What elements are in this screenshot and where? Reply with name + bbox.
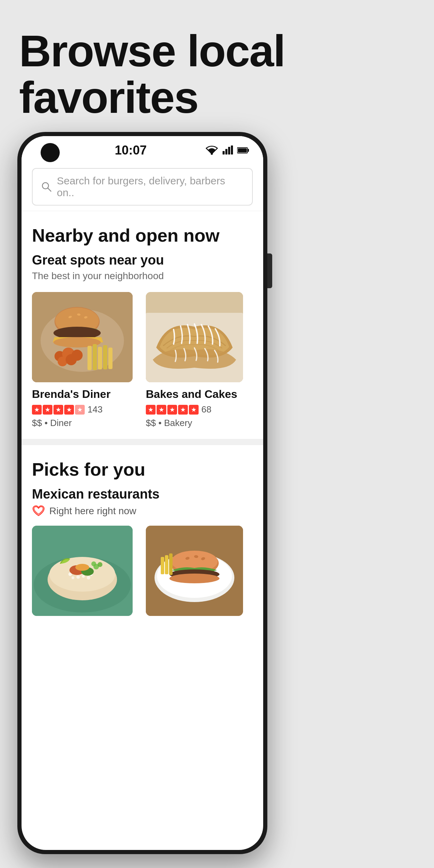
- bakes-cakes-meta: $$ • Bakery: [146, 418, 253, 428]
- svg-point-43: [82, 575, 85, 578]
- svg-point-47: [75, 564, 89, 571]
- svg-rect-7: [248, 149, 249, 152]
- brendas-price: $$: [32, 418, 42, 428]
- star-3: ★: [53, 405, 63, 415]
- great-spots-subtitle: The best in your neighborhood: [32, 270, 253, 282]
- brendas-diner-image: [32, 292, 133, 382]
- picks-tagline-row: Right here right now: [32, 505, 253, 517]
- svg-point-35: [49, 557, 115, 592]
- svg-point-42: [76, 575, 80, 579]
- phone-mockup: 10:07: [17, 132, 267, 854]
- svg-point-29: [66, 354, 77, 365]
- nearby-cards-row: Brenda's Diner ★ ★ ★ ★ ★ 143: [32, 292, 253, 428]
- brendas-diner-card[interactable]: Brenda's Diner ★ ★ ★ ★ ★ 143: [32, 292, 139, 428]
- brendas-dot: •: [44, 418, 50, 428]
- search-placeholder: Search for burgers, delivery, barbers on…: [57, 175, 244, 199]
- bakes-dot: •: [158, 418, 164, 428]
- star-5: ★: [75, 405, 85, 415]
- bakes-cakes-stars-row: ★ ★ ★ ★ ★ 68: [146, 404, 253, 415]
- phone-side-button: [267, 253, 272, 288]
- phone-screen: 10:07: [22, 136, 263, 850]
- bakes-price: $$: [146, 418, 156, 428]
- svg-point-49: [98, 562, 102, 567]
- battery-icon: [237, 147, 249, 154]
- svg-rect-22: [98, 347, 102, 369]
- phone-outer-shell: 10:07: [17, 132, 267, 854]
- picks-title: Picks for you: [32, 459, 253, 480]
- star-4: ★: [64, 405, 74, 415]
- svg-rect-2: [223, 151, 225, 155]
- star-1: ★: [32, 405, 42, 415]
- hero-title: Browse local favorites: [19, 28, 415, 121]
- mexican-card-2[interactable]: [146, 526, 253, 621]
- svg-rect-8: [238, 148, 247, 152]
- svg-point-44: [87, 576, 90, 579]
- mexican-title: Mexican restaurants: [32, 487, 253, 502]
- star-b2: ★: [157, 405, 166, 415]
- brendas-diner-stars: ★ ★ ★ ★ ★: [32, 405, 85, 415]
- star-b1: ★: [146, 405, 156, 415]
- bakes-cakes-reviews: 68: [201, 404, 211, 415]
- svg-rect-61: [165, 555, 168, 574]
- svg-rect-5: [231, 145, 233, 155]
- svg-rect-63: [161, 557, 164, 574]
- wifi-icon: [205, 145, 218, 155]
- picks-section: Picks for you Mexican restaurants Right …: [22, 445, 263, 632]
- hero-title-line1: Browse local: [19, 26, 285, 76]
- brendas-diner-name: Brenda's Diner: [32, 388, 139, 401]
- nearby-section: Nearby and open now Great spots near you…: [22, 211, 263, 439]
- svg-rect-24: [108, 348, 112, 369]
- search-icon: [41, 181, 52, 192]
- svg-rect-4: [228, 147, 230, 155]
- status-icons: [205, 145, 249, 155]
- mexican-card-1[interactable]: [32, 526, 139, 621]
- mexican-image-1: [32, 526, 133, 616]
- star-2: ★: [43, 405, 52, 415]
- svg-rect-21: [93, 344, 97, 370]
- svg-rect-20: [87, 346, 92, 370]
- svg-point-60: [169, 574, 219, 583]
- picks-cards-row: [32, 526, 253, 621]
- bakes-category: Bakery: [164, 418, 192, 428]
- brendas-diner-stars-row: ★ ★ ★ ★ ★ 143: [32, 404, 139, 415]
- svg-rect-23: [103, 345, 107, 369]
- brendas-diner-reviews: 143: [87, 404, 102, 415]
- hero-title-line2: favorites: [19, 73, 198, 122]
- great-spots-title: Great spots near you: [32, 253, 253, 268]
- svg-point-50: [91, 561, 96, 566]
- signal-icon: [223, 145, 233, 155]
- bakes-and-cakes-card[interactable]: Bakes and Cakes ★ ★ ★ ★ ★ 68: [146, 292, 253, 428]
- svg-rect-3: [225, 149, 227, 155]
- star-b4: ★: [178, 405, 188, 415]
- svg-point-1: [211, 153, 213, 155]
- star-b3: ★: [167, 405, 177, 415]
- bakes-cakes-stars: ★ ★ ★ ★ ★: [146, 405, 199, 415]
- search-bar[interactable]: Search for burgers, delivery, barbers on…: [32, 168, 253, 206]
- mexican-image-2: [146, 526, 243, 616]
- camera-notch: [41, 143, 60, 162]
- svg-rect-62: [169, 553, 173, 575]
- svg-line-10: [48, 188, 51, 191]
- tagline-heart-icon: [32, 505, 45, 517]
- picks-tagline-text: Right here right now: [49, 506, 136, 517]
- nearby-title: Nearby and open now: [32, 225, 253, 246]
- bakes-cakes-name: Bakes and Cakes: [146, 388, 253, 401]
- search-bar-container[interactable]: Search for burgers, delivery, barbers on…: [22, 161, 263, 211]
- star-b5: ★: [189, 405, 199, 415]
- section-divider: [22, 439, 263, 445]
- bakes-and-cakes-image: [146, 292, 243, 382]
- svg-point-41: [72, 576, 74, 579]
- brendas-diner-meta: $$ • Diner: [32, 418, 139, 428]
- brendas-category: Diner: [50, 418, 72, 428]
- status-time: 10:07: [115, 143, 147, 158]
